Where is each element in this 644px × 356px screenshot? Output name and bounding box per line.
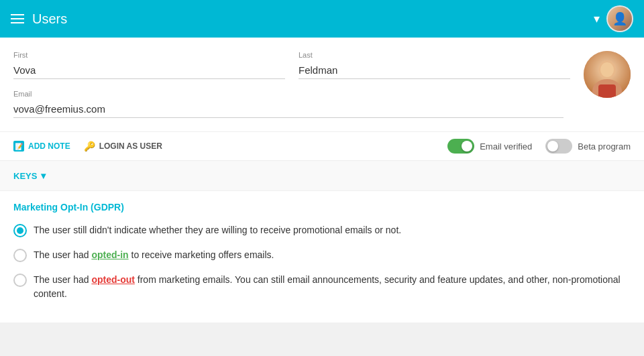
keys-toggle-button[interactable]: KEYS ▾ [13, 170, 46, 181]
beta-program-thumb [547, 141, 558, 152]
email-verified-toggle[interactable] [447, 139, 474, 154]
email-input[interactable] [13, 101, 564, 118]
marketing-title: Marketing Opt-In (GDPR) [13, 202, 631, 213]
keys-label: KEYS [13, 171, 37, 181]
beta-program-toggle-item: Beta program [545, 139, 631, 154]
email-group: Email [13, 90, 570, 118]
opted-out-link[interactable]: opted-out [91, 274, 135, 285]
email-row: Email [13, 90, 570, 118]
last-name-group: Last [299, 51, 570, 79]
add-note-label: ADD NOTE [28, 141, 70, 151]
first-name-label: First [13, 51, 285, 59]
user-profile-avatar [584, 51, 631, 98]
name-email-fields: First Last Email [13, 51, 570, 131]
login-as-user-label: LOGIN AS USER [99, 141, 162, 151]
beta-program-track [545, 139, 572, 154]
login-as-user-button[interactable]: 🔑 LOGIN AS USER [84, 141, 162, 152]
toggle-group: Email verified Beta program [447, 139, 631, 154]
header-dropdown-chevron[interactable]: ▾ [594, 11, 600, 26]
avatar-image: 👤 [608, 7, 632, 31]
top-form-row: First Last Email [0, 38, 644, 131]
radio-option-2[interactable]: The user had opted-in to receive marketi… [13, 248, 631, 262]
email-label: Email [13, 90, 570, 98]
radio-text-2-pre: The user had [34, 249, 91, 260]
radio-circle-3 [13, 274, 27, 287]
name-row: First Last [13, 51, 570, 79]
svg-point-3 [600, 62, 614, 77]
radio-option-3[interactable]: The user had opted-out from marketing em… [13, 273, 631, 301]
email-verified-thumb [462, 141, 472, 152]
opted-in-link[interactable]: opted-in [91, 249, 128, 260]
app-title: Users [32, 11, 67, 27]
beta-program-label: Beta program [578, 141, 631, 152]
login-icon: 🔑 [84, 141, 95, 152]
header-left: Users [11, 11, 67, 27]
keys-section: KEYS ▾ [0, 161, 644, 191]
header: Users ▾ 👤 [0, 0, 644, 38]
radio-text-3: The user had opted-out from marketing em… [34, 273, 631, 301]
radio-circle-1 [13, 224, 27, 237]
beta-program-toggle[interactable] [545, 139, 572, 154]
note-icon: 📝 [13, 141, 24, 152]
email-verified-label: Email verified [480, 141, 532, 152]
radio-text-2: The user had opted-in to receive marketi… [34, 248, 274, 262]
radio-circle-2 [13, 249, 27, 262]
last-name-label: Last [299, 51, 570, 59]
actions-row: 📝 ADD NOTE 🔑 LOGIN AS USER Email verifie… [0, 131, 644, 161]
last-name-input[interactable] [299, 62, 570, 79]
email-verified-toggle-item: Email verified [447, 139, 532, 154]
svg-rect-4 [598, 84, 616, 98]
radio-text-1: The user still didn't indicate whether t… [34, 223, 401, 237]
marketing-section: Marketing Opt-In (GDPR) The user still d… [0, 191, 644, 322]
user-avatar-svg [584, 51, 631, 98]
header-user-avatar[interactable]: 👤 [606, 5, 633, 32]
first-name-input[interactable] [13, 62, 285, 79]
first-name-group: First [13, 51, 285, 79]
radio-option-1[interactable]: The user still didn't indicate whether t… [13, 223, 631, 237]
email-verified-track [447, 139, 474, 154]
add-note-button[interactable]: 📝 ADD NOTE [13, 141, 70, 152]
radio-text-2-post: to receive marketing offers emails. [129, 249, 274, 260]
hamburger-icon[interactable] [11, 14, 24, 23]
radio-text-3-pre: The user had [34, 274, 91, 285]
header-right: ▾ 👤 [594, 5, 633, 32]
keys-chevron-icon: ▾ [41, 170, 46, 181]
